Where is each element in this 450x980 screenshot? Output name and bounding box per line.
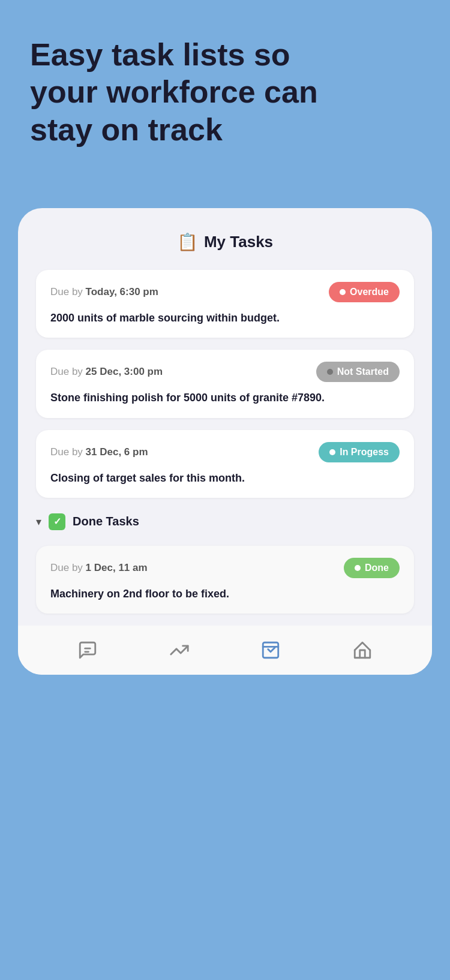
- task-meta-2: Due by 25 Dec, 3:00 pm Not Started: [50, 362, 400, 382]
- overdue-dot: [340, 289, 346, 295]
- task-meta-3: Due by 31 Dec, 6 pm In Progess: [50, 442, 400, 462]
- chevron-down-icon[interactable]: ▾: [36, 515, 41, 528]
- task-meta-done-1: Due by 1 Dec, 11 am Done: [50, 558, 400, 578]
- task-description-2: Stone finishing polish for 5000 units of…: [50, 390, 400, 405]
- tasks-svg: [260, 640, 281, 660]
- in-progress-dot: [329, 449, 335, 455]
- done-tasks-header[interactable]: ▾ ✓ Done Tasks: [36, 510, 414, 534]
- hero-title-line1: Easy task lists so: [30, 37, 290, 72]
- done-dot: [355, 565, 361, 571]
- done-label: Done: [365, 563, 389, 573]
- nav-tasks-icon[interactable]: [260, 640, 281, 660]
- hero-section: Easy task lists so your workforce can st…: [18, 36, 318, 178]
- hero-title-line2: your workforce can: [30, 74, 318, 109]
- app-card: 📋 My Tasks Due by Today, 6:30 pm Overdue…: [18, 208, 432, 675]
- card-header: 📋 My Tasks: [36, 232, 414, 252]
- task-card-1[interactable]: Due by Today, 6:30 pm Overdue 2000 units…: [36, 270, 414, 338]
- task-due-2: Due by 25 Dec, 3:00 pm: [50, 366, 163, 378]
- card-title: My Tasks: [204, 233, 273, 251]
- not-started-badge: Not Started: [316, 362, 400, 382]
- nav-home-icon[interactable]: [352, 640, 373, 660]
- chat-svg: [77, 640, 98, 660]
- in-progress-label: In Progess: [340, 447, 389, 458]
- in-progress-badge: In Progess: [319, 442, 400, 462]
- nav-chat-icon[interactable]: [77, 640, 98, 660]
- bottom-nav: [18, 626, 432, 675]
- analytics-svg: [169, 640, 190, 660]
- done-tasks-label: Done Tasks: [73, 515, 139, 528]
- task-card-3[interactable]: Due by 31 Dec, 6 pm In Progess Closing o…: [36, 430, 414, 498]
- done-badge: Done: [344, 558, 400, 578]
- task-card-2[interactable]: Due by 25 Dec, 3:00 pm Not Started Stone…: [36, 350, 414, 417]
- overdue-label: Overdue: [350, 287, 389, 297]
- task-description-1: 2000 units of marble sourcing within bud…: [50, 311, 400, 326]
- not-started-label: Not Started: [337, 366, 389, 377]
- hero-title: Easy task lists so your workforce can st…: [24, 36, 318, 148]
- hero-title-line3: stay on track: [30, 112, 223, 147]
- overdue-badge: Overdue: [329, 282, 400, 302]
- home-svg: [352, 640, 373, 660]
- task-meta-1: Due by Today, 6:30 pm Overdue: [50, 282, 400, 302]
- task-due-1: Due by Today, 6:30 pm: [50, 286, 158, 298]
- task-description-done-1: Machinery on 2nd floor to be fixed.: [50, 587, 400, 602]
- task-due-3: Due by 31 Dec, 6 pm: [50, 446, 148, 458]
- task-description-3: Closing of target sales for this month.: [50, 471, 400, 486]
- task-due-done-1: Due by 1 Dec, 11 am: [50, 562, 148, 574]
- not-started-dot: [327, 369, 333, 375]
- tasks-icon: 📋: [177, 232, 198, 252]
- done-checkbox-icon: ✓: [49, 513, 65, 530]
- svg-rect-2: [263, 642, 279, 658]
- task-card-done-1[interactable]: Due by 1 Dec, 11 am Done Machinery on 2n…: [36, 546, 414, 614]
- nav-analytics-icon[interactable]: [169, 640, 190, 660]
